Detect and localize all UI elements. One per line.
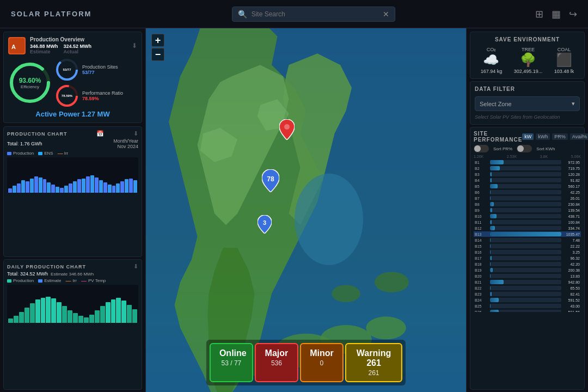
prod-overview-title: Production Overview <box>30 36 91 42</box>
prod-bar-6 <box>34 176 38 193</box>
search-bar[interactable]: 🔍 ✕ <box>232 7 395 22</box>
efficiency-pct: 93.60% <box>19 77 41 84</box>
perf-tabs: kWkWhPR%Avail% <box>522 133 588 140</box>
prod-bar-2 <box>17 183 21 193</box>
perf-bar-container <box>490 292 561 296</box>
overview-export-icon[interactable]: ⬇ <box>132 42 137 50</box>
perf-row-11[interactable]: B12 334.74 <box>474 225 581 231</box>
logout-icon[interactable]: ↪ <box>569 8 577 20</box>
status-box-major[interactable]: Major 536 <box>255 343 298 382</box>
env-co2: CO₂ ☁️ 167.94 kg <box>481 47 503 74</box>
perf-row-13[interactable]: B14 7.48 <box>474 237 581 243</box>
map-controls: + − <box>151 34 164 61</box>
perf-row-name: B9 <box>475 209 488 212</box>
chart-export-icon[interactable]: ⬇ <box>133 130 138 137</box>
prod-bar-11 <box>56 187 59 193</box>
perf-bar-container <box>490 262 561 266</box>
perf-bar <box>490 190 491 194</box>
daily-bar-0 <box>8 318 13 323</box>
daily-bar-3 <box>24 308 29 323</box>
daily-bar-13 <box>78 316 83 323</box>
search-input[interactable] <box>252 10 378 18</box>
sort-pr-toggle[interactable] <box>474 145 489 152</box>
warning-count: 261 <box>355 369 393 377</box>
perf-row-name: B18 <box>475 262 488 266</box>
map-marker-blue1[interactable]: 78 <box>262 169 279 193</box>
perf-row-value: 3.25 <box>564 250 580 254</box>
zoom-out-button[interactable]: − <box>151 48 164 61</box>
chart-calendar-icon[interactable]: 📅 <box>96 130 104 137</box>
perf-row-12[interactable]: B13 1035.47 <box>474 231 581 237</box>
perf-row-5[interactable]: B6 42.25 <box>474 189 581 195</box>
layout-icon[interactable]: ▦ <box>552 8 561 20</box>
perf-row-value: 100.84 <box>564 220 580 224</box>
perf-row-23[interactable]: B24 591.52 <box>474 297 581 303</box>
grid-icon[interactable]: ⊞ <box>535 8 543 20</box>
perf-row-2[interactable]: B3 120.28 <box>474 171 581 177</box>
perf-tab-kwh[interactable]: kWh <box>536 133 550 140</box>
perf-row-7[interactable]: B8 230.84 <box>474 201 581 207</box>
perf-row-15[interactable]: B16 3.25 <box>474 249 581 255</box>
site-performance: SITE PERFORMANCE kWkWhPR%Avail% Sort PR%… <box>470 127 585 390</box>
sort-kwh-toggle[interactable] <box>517 145 532 152</box>
perf-row-value: 82.41 <box>564 292 580 296</box>
perf-bar-container <box>490 220 561 224</box>
daily-bar-8 <box>51 298 56 323</box>
daily-export-icon[interactable]: ⬇ <box>133 263 138 270</box>
map-area: + − 78 3 Online 53 / 77 <box>146 28 466 392</box>
perf-row-21[interactable]: B22 65.53 <box>474 285 581 291</box>
perf-row-10[interactable]: B11 100.84 <box>474 219 581 225</box>
perf-row-24[interactable]: B25 43.00 <box>474 303 581 309</box>
perf-row-9[interactable]: B10 438.71 <box>474 213 581 219</box>
perf-row-name: B4 <box>475 179 488 182</box>
prod-bar-5 <box>30 179 34 193</box>
perf-row-8[interactable]: B9 139.54 <box>474 207 581 213</box>
perf-row-3[interactable]: B4 91.82 <box>474 177 581 183</box>
perf-bar-container <box>490 274 561 278</box>
map-marker-blue2[interactable]: 3 <box>258 215 272 235</box>
perf-row-4[interactable]: B5 560.17 <box>474 183 581 189</box>
perf-tab-prpct[interactable]: PR% <box>552 133 568 140</box>
perf-bar-container <box>490 208 561 212</box>
status-box-warning[interactable]: Warning 261 261 <box>345 343 402 382</box>
perf-row-6[interactable]: B7 26.01 <box>474 195 581 201</box>
scale-label: 5.06K <box>571 155 581 158</box>
prod-bar-7 <box>39 177 42 193</box>
perf-row-name: B5 <box>475 185 488 188</box>
perf-bar-container <box>490 268 561 272</box>
perf-row-19[interactable]: B20 13.83 <box>474 273 581 279</box>
perf-row-17[interactable]: B18 42.20 <box>474 261 581 267</box>
close-search-icon[interactable]: ✕ <box>383 10 389 18</box>
map-marker-red[interactable] <box>279 119 295 141</box>
perf-row-value: 96.32 <box>564 256 580 260</box>
status-box-minor[interactable]: Minor 0 <box>300 343 344 382</box>
perf-row-14[interactable]: B15 22.22 <box>474 243 581 249</box>
perf-bar <box>490 214 497 218</box>
perf-bar <box>490 250 491 254</box>
perf-row-18[interactable]: B19 200.38 <box>474 267 581 273</box>
perf-row-22[interactable]: B23 82.41 <box>474 291 581 297</box>
perf-row-name: B12 <box>475 226 488 230</box>
actual-value: 324.52 MWh Actual <box>64 44 92 54</box>
perf-row-20[interactable]: B21 942.80 <box>474 279 581 285</box>
save-environment: SAVE ENVIRONMENT CO₂ ☁️ 167.94 kg TREE 🌳… <box>470 32 585 79</box>
major-count: 536 <box>265 359 289 367</box>
select-zone-dropdown[interactable]: Select Zone ▾ <box>475 96 580 111</box>
performance-ratio-row: 78.59% Performance Ratio 78.59% <box>55 84 123 108</box>
prod-bar-14 <box>69 183 72 193</box>
perf-row-1[interactable]: B2 719.75 <box>474 166 581 171</box>
perf-row-0[interactable]: B1 972.95 <box>474 160 581 165</box>
zoom-in-button[interactable]: + <box>151 34 164 47</box>
minor-count: 0 <box>310 359 334 367</box>
perf-row-name: B1 <box>475 161 488 164</box>
perf-tab-availpct[interactable]: Avail% <box>570 133 588 140</box>
perf-row-16[interactable]: B17 96.32 <box>474 255 581 261</box>
scale-label: 1.26K <box>474 155 483 158</box>
status-box-online[interactable]: Online 53 / 77 <box>210 343 253 382</box>
perf-tab-kw[interactable]: kW <box>522 133 534 140</box>
sort-kwh-label: Sort KWh <box>536 146 555 151</box>
svg-point-15 <box>295 174 363 265</box>
perf-bar <box>490 196 491 200</box>
svg-point-13 <box>332 285 360 303</box>
perf-row-25[interactable]: B26 591.56 <box>474 309 581 312</box>
